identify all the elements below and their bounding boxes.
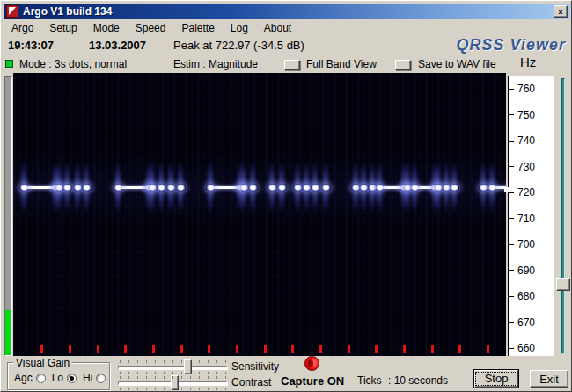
freq-tick <box>509 166 514 167</box>
slider-tick <box>208 376 209 379</box>
radio-hi[interactable] <box>96 374 106 383</box>
exit-button[interactable]: Exit <box>530 370 568 388</box>
slider-tick <box>172 360 173 363</box>
signal-dot <box>321 184 331 192</box>
save-to-wav-label: Save to WAV file <box>418 58 496 70</box>
time-tick <box>97 345 99 353</box>
stop-button-label: Stop <box>475 372 518 386</box>
ticks-label: Ticks <box>357 374 382 387</box>
peak-marker <box>504 187 509 192</box>
radio-agc[interactable] <box>36 374 46 383</box>
menu-speed[interactable]: Speed <box>128 22 174 34</box>
slider-tick <box>146 360 147 363</box>
level-meter <box>4 76 12 356</box>
freq-label-row: 660 <box>509 343 535 353</box>
signal-dot <box>248 184 258 192</box>
radio-label-lo: Lo <box>52 372 63 384</box>
slider-tick <box>164 376 165 379</box>
info-row: 19:43:07 13.03.2007 Peak at 722.97 (-34.… <box>1 36 572 55</box>
slider-tick <box>146 376 147 379</box>
freq-label: 760 <box>517 83 535 95</box>
title-bar[interactable]: Argo V1 build 134 x <box>4 4 570 19</box>
menu-argo[interactable]: Argo <box>4 22 41 34</box>
slider-tick <box>137 376 138 379</box>
sensitivity-track[interactable] <box>118 366 227 369</box>
visual-gain-options: AgcLoHi <box>11 372 108 384</box>
contrast-slider[interactable] <box>118 374 227 390</box>
slider-tick <box>216 376 217 379</box>
time-tick <box>236 345 238 353</box>
freq-label-row: 700 <box>509 239 535 250</box>
slider-tick <box>164 360 165 363</box>
app-window: Argo V1 build 134 x Argo Setup Mode Spee… <box>0 0 572 392</box>
signal-dot <box>277 184 287 192</box>
vslider-track[interactable] <box>561 78 565 354</box>
time-tick <box>431 345 434 353</box>
time-tick <box>403 345 406 353</box>
freq-label-row: 680 <box>509 291 535 301</box>
full-band-view-label: Full Band View <box>306 58 377 70</box>
contrast-label: Contrast <box>231 376 271 388</box>
full-band-view-checkbox[interactable] <box>284 60 300 70</box>
signal-dot <box>176 184 186 192</box>
slider-tick <box>120 388 121 390</box>
slider-tick <box>128 388 129 390</box>
stop-button[interactable]: Stop <box>474 370 518 388</box>
slider-tick <box>208 360 209 363</box>
time-tick <box>69 345 71 353</box>
freq-label: 680 <box>517 290 535 302</box>
freq-tick <box>509 244 514 245</box>
radio-lo[interactable] <box>67 374 77 383</box>
freq-tick <box>509 322 514 323</box>
slider-tick <box>155 388 156 390</box>
freq-tick <box>509 218 514 219</box>
vslider-thumb[interactable] <box>556 278 570 291</box>
close-icon[interactable]: x <box>554 5 568 18</box>
clock-time: 19:43:07 <box>8 39 54 52</box>
freq-label: 750 <box>517 109 535 121</box>
time-tick <box>319 345 322 353</box>
freq-tick <box>509 348 514 349</box>
slider-tick <box>128 376 129 379</box>
bottom-controls: Visual Gain AgcLoHi Sensitivity Contrast… <box>1 356 572 392</box>
slider-tick <box>181 360 182 363</box>
slider-tick <box>190 360 191 363</box>
slider-tick <box>225 388 226 390</box>
activity-led-icon <box>5 60 13 68</box>
time-tick <box>152 345 155 353</box>
signal-dot <box>114 184 123 192</box>
capture-status: Capture ON <box>281 374 344 388</box>
slider-tick <box>120 360 121 363</box>
slider-tick <box>137 360 138 363</box>
freq-tick <box>509 114 514 115</box>
menu-palette[interactable]: Palette <box>173 22 222 34</box>
freq-tick <box>509 192 514 193</box>
capture-led-icon <box>304 356 319 371</box>
signal-dot <box>82 184 92 192</box>
menu-about[interactable]: About <box>256 22 299 34</box>
sensitivity-slider[interactable] <box>118 359 227 374</box>
freq-label: 710 <box>517 213 535 225</box>
slider-tick <box>181 376 182 379</box>
frequency-offset-slider[interactable] <box>555 76 571 356</box>
menu-mode[interactable]: Mode <box>85 22 128 34</box>
spectrogram[interactable] <box>13 73 506 356</box>
freq-tick <box>509 141 514 142</box>
time-tick <box>264 345 267 353</box>
freq-label: 660 <box>517 342 535 354</box>
radio-label-agc: Agc <box>14 372 33 384</box>
signal-dot <box>19 184 29 192</box>
freq-label-row: 690 <box>509 265 535 276</box>
freq-label: 690 <box>517 265 535 277</box>
menu-log[interactable]: Log <box>223 22 256 34</box>
freq-label-row: 760 <box>509 83 535 94</box>
app-icon <box>6 5 18 18</box>
freq-label-row: 750 <box>509 110 535 120</box>
time-tick <box>458 345 461 353</box>
time-tick <box>291 345 294 353</box>
signal-dot <box>450 184 459 192</box>
menu-setup[interactable]: Setup <box>41 22 84 34</box>
save-to-wav-checkbox[interactable] <box>395 60 411 70</box>
slider-tick <box>172 376 173 379</box>
slider-tick <box>216 388 217 390</box>
